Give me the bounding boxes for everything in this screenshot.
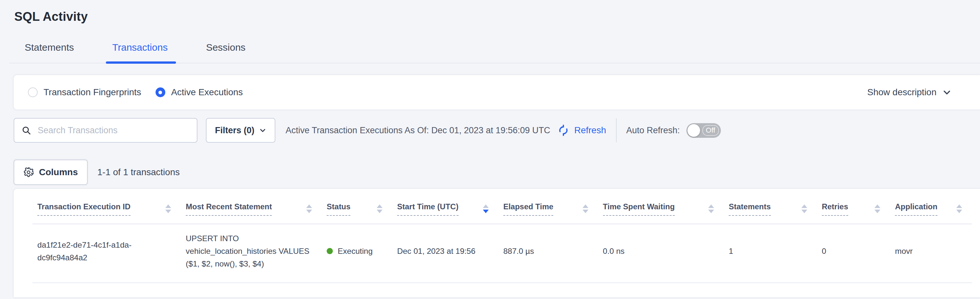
column-header-application[interactable]: Application bbox=[890, 189, 972, 224]
radio-transaction-fingerprints[interactable]: Transaction Fingerprints bbox=[28, 87, 141, 98]
radio-selected-icon[interactable] bbox=[156, 88, 165, 97]
filters-label: Filters (0) bbox=[215, 125, 255, 136]
radio-label: Active Executions bbox=[171, 87, 243, 98]
cell-time-spent-waiting: 0.0 ns bbox=[598, 224, 724, 283]
chevron-down-icon bbox=[259, 127, 266, 134]
cell-retries: 0 bbox=[817, 224, 890, 283]
columns-button-label: Columns bbox=[39, 167, 78, 177]
controls-row: Filters (0) Active Transaction Execution… bbox=[14, 118, 980, 143]
tab-transactions[interactable]: Transactions bbox=[112, 42, 168, 63]
chevron-down-icon bbox=[942, 88, 951, 97]
column-header-transaction-execution-id[interactable]: Transaction Execution ID bbox=[32, 189, 181, 224]
toggle-knob[interactable] bbox=[687, 124, 700, 137]
radio-active-executions[interactable]: Active Executions bbox=[156, 87, 243, 98]
sort-arrows-icon[interactable] bbox=[159, 205, 171, 213]
toggle-state-label: Off bbox=[702, 125, 719, 136]
results-row: Columns 1-1 of 1 transactions bbox=[14, 160, 980, 185]
columns-button[interactable]: Columns bbox=[14, 160, 88, 185]
refresh-icon bbox=[557, 124, 570, 136]
transactions-table: Transaction Execution ID Most Recent Sta… bbox=[32, 189, 972, 283]
view-selector-card: Transaction Fingerprints Active Executio… bbox=[14, 75, 980, 110]
gear-icon bbox=[23, 167, 34, 177]
sort-arrows-icon[interactable] bbox=[795, 205, 807, 213]
search-icon bbox=[21, 125, 31, 135]
results-count: 1-1 of 1 transactions bbox=[97, 167, 180, 177]
tab-sessions[interactable]: Sessions bbox=[206, 42, 245, 63]
show-description-toggle[interactable]: Show description bbox=[867, 87, 951, 98]
refresh-button[interactable]: Refresh bbox=[557, 124, 606, 136]
sort-arrows-icon[interactable] bbox=[476, 205, 489, 213]
cell-transaction-execution-id[interactable]: da1f21e2-de71-4c1f-a1da-dc9fc94a84a2 bbox=[32, 224, 181, 283]
show-description-label: Show description bbox=[867, 87, 937, 98]
as-of-timestamp: Active Transaction Executions As Of: Dec… bbox=[286, 125, 550, 136]
column-header-retries[interactable]: Retries bbox=[817, 189, 890, 224]
transactions-table-card: Transaction Execution ID Most Recent Sta… bbox=[14, 189, 980, 297]
status-label: Executing bbox=[338, 245, 373, 257]
cell-statements: 1 bbox=[724, 224, 817, 283]
auto-refresh-label: Auto Refresh: bbox=[626, 125, 680, 136]
sort-arrows-icon[interactable] bbox=[576, 205, 589, 213]
table-row[interactable]: da1f21e2-de71-4c1f-a1da-dc9fc94a84a2 UPS… bbox=[32, 224, 972, 283]
table-header-row: Transaction Execution ID Most Recent Sta… bbox=[32, 189, 972, 224]
cell-status: Executing bbox=[322, 224, 392, 283]
radio-label: Transaction Fingerprints bbox=[43, 87, 141, 98]
sort-arrows-icon[interactable] bbox=[702, 205, 714, 213]
column-header-time-spent-waiting[interactable]: Time Spent Waiting bbox=[598, 189, 724, 224]
column-header-status[interactable]: Status bbox=[322, 189, 392, 224]
executing-status-dot-icon bbox=[327, 248, 333, 254]
sort-arrows-icon[interactable] bbox=[300, 205, 312, 213]
column-header-elapsed-time[interactable]: Elapsed Time bbox=[498, 189, 598, 224]
filters-button[interactable]: Filters (0) bbox=[206, 118, 275, 143]
cell-start-time: Dec 01, 2023 at 19:56 bbox=[392, 224, 498, 283]
page-title: SQL Activity bbox=[0, 0, 980, 24]
radio-unselected-icon[interactable] bbox=[28, 88, 38, 97]
column-header-most-recent-statement[interactable]: Most Recent Statement bbox=[181, 189, 322, 224]
sort-arrows-icon[interactable] bbox=[950, 205, 962, 213]
tab-bar: Statements Transactions Sessions bbox=[9, 42, 980, 63]
cell-application: movr bbox=[890, 224, 972, 283]
column-header-start-time[interactable]: Start Time (UTC) bbox=[392, 189, 498, 224]
refresh-label: Refresh bbox=[574, 125, 606, 136]
sort-arrows-icon[interactable] bbox=[370, 205, 382, 213]
cell-most-recent-statement[interactable]: UPSERT INTO vehicle_location_histories V… bbox=[181, 224, 322, 283]
tab-statements[interactable]: Statements bbox=[25, 42, 74, 63]
auto-refresh-toggle[interactable]: Off bbox=[686, 123, 721, 138]
search-box[interactable] bbox=[14, 118, 197, 143]
vertical-divider bbox=[616, 118, 617, 142]
sort-arrows-icon[interactable] bbox=[868, 205, 880, 213]
cell-elapsed-time: 887.0 µs bbox=[498, 224, 598, 283]
search-input[interactable] bbox=[37, 125, 189, 136]
column-header-statements[interactable]: Statements bbox=[724, 189, 817, 224]
